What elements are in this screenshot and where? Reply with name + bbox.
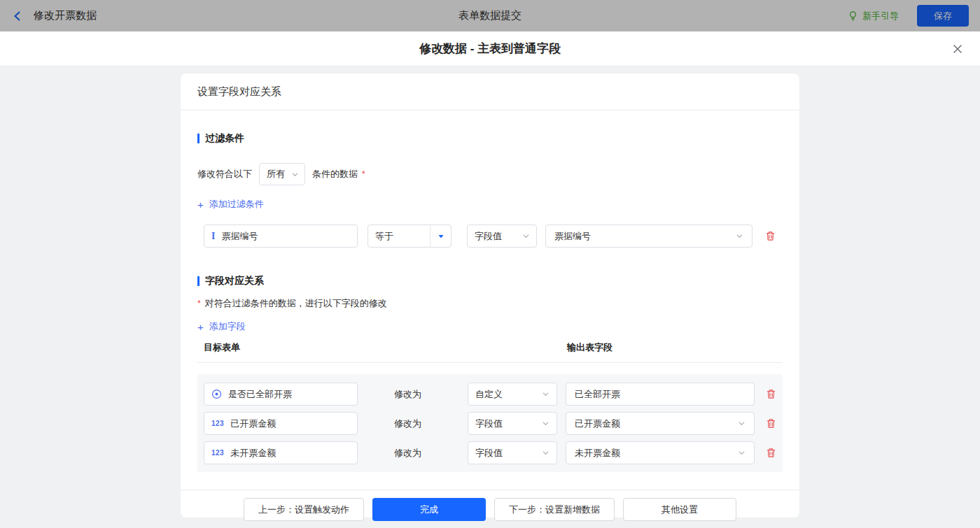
add-filter-condition-link[interactable]: + 添加过滤条件	[197, 198, 264, 211]
settings-card: 设置字段对应关系 过滤条件 修改符合以下 所有 条件的数据 * +	[181, 73, 799, 518]
filter-section-title: 过滤条件	[197, 132, 783, 145]
mapping-row: 123 未开票金额 修改为 字段值 未开票金额	[204, 441, 776, 464]
mapping-section-title: 字段对应关系	[197, 275, 783, 287]
filter-field-select[interactable]: I 票据编号	[204, 224, 358, 248]
beginner-guide-button[interactable]: 新手引导	[848, 10, 899, 22]
chevron-down-icon	[291, 171, 299, 178]
chevron-down-icon	[542, 390, 550, 398]
delete-mapping-button[interactable]	[766, 389, 776, 399]
section-accent-bar	[197, 276, 200, 286]
target-field-select[interactable]: 123 未开票金额	[204, 441, 358, 464]
delete-mapping-button[interactable]	[766, 448, 776, 458]
next-step-button[interactable]: 下一步：设置新增数据	[494, 498, 615, 521]
filter-operator-select[interactable]: 等于	[368, 224, 451, 248]
chevron-down-icon	[542, 449, 550, 457]
done-button[interactable]: 完成	[372, 498, 486, 521]
card-footer: 上一步：设置触发动作 完成 下一步：设置新增数据 其他设置	[181, 490, 799, 521]
modify-type-select[interactable]: 字段值	[468, 412, 557, 435]
output-field-select[interactable]: 未开票金额	[566, 441, 755, 464]
required-asterisk: *	[197, 299, 201, 308]
plus-icon: +	[197, 199, 204, 210]
prev-step-button[interactable]: 上一步：设置触发动作	[244, 498, 364, 521]
filter-value-select[interactable]: 票据编号	[545, 224, 752, 248]
modify-type-select[interactable]: 字段值	[468, 441, 557, 464]
modal-body: 设置字段对应关系 过滤条件 修改符合以下 所有 条件的数据 * +	[0, 73, 980, 528]
column-output-field: 输出表字段	[567, 341, 612, 354]
target-field-select[interactable]: 是否已全部开票	[204, 383, 358, 406]
top-bar: 修改开票数据 表单数据提交 新手引导 保存	[0, 0, 980, 31]
add-field-link[interactable]: + 添加字段	[197, 320, 246, 333]
section-accent-bar	[197, 134, 200, 143]
mapping-description: * 对符合过滤条件的数据，进行以下字段的修改	[197, 297, 783, 310]
chevron-down-icon	[736, 232, 743, 240]
trash-icon	[766, 448, 776, 458]
plus-icon: +	[197, 322, 204, 332]
match-suffix-label: 条件的数据	[312, 168, 358, 180]
mapping-row: 123 已开票金额 修改为 字段值 已开票金额	[204, 412, 776, 435]
filter-value-type-select[interactable]: 字段值	[467, 224, 537, 248]
required-asterisk: *	[362, 169, 365, 179]
save-button[interactable]: 保存	[917, 5, 969, 27]
custom-value-input[interactable]	[566, 383, 755, 406]
filter-condition-row: I 票据编号 等于 字段值 票据编号	[204, 224, 783, 248]
column-target-form: 目标表单	[204, 341, 567, 354]
beginner-guide-label: 新手引导	[862, 10, 899, 22]
match-prefix-label: 修改符合以下	[197, 168, 252, 180]
match-mode-select[interactable]: 所有	[259, 163, 305, 185]
modal-title: 修改数据 - 主表到普通字段	[419, 41, 561, 57]
delete-mapping-button[interactable]	[766, 418, 776, 429]
trash-icon	[766, 389, 776, 399]
target-field-select[interactable]: 123 已开票金额	[204, 412, 358, 435]
card-header: 设置字段对应关系	[181, 73, 799, 110]
modify-as-label: 修改为	[394, 447, 422, 459]
modal-header: 修改数据 - 主表到普通字段	[0, 31, 980, 66]
match-condition-row: 修改符合以下 所有 条件的数据 *	[197, 163, 783, 185]
chevron-down-icon	[522, 232, 530, 240]
mapping-row: 是否已全部开票 修改为 自定义	[204, 383, 776, 406]
trash-icon	[766, 418, 776, 429]
modify-as-label: 修改为	[394, 388, 422, 401]
close-icon[interactable]	[952, 43, 963, 55]
radio-field-icon	[211, 389, 222, 399]
delete-filter-button[interactable]	[765, 231, 776, 241]
text-field-icon: I	[211, 231, 215, 242]
number-field-icon: 123	[211, 420, 224, 427]
modify-as-label: 修改为	[394, 418, 422, 430]
trash-icon	[765, 231, 776, 241]
output-field-select[interactable]: 已开票金额	[566, 412, 755, 435]
chevron-down-icon	[542, 420, 550, 427]
chevron-down-icon	[738, 420, 746, 427]
lightbulb-icon	[848, 10, 858, 21]
page-title: 表单数据提交	[0, 9, 980, 22]
modify-type-select[interactable]: 自定义	[468, 383, 557, 406]
mapping-table-header: 目标表单 输出表字段	[197, 341, 783, 363]
other-settings-button[interactable]: 其他设置	[623, 498, 736, 521]
number-field-icon: 123	[211, 449, 224, 457]
chevron-down-icon	[738, 449, 746, 457]
mapping-rows-panel: 是否已全部开票 修改为 自定义	[197, 374, 783, 472]
caret-down-icon[interactable]	[430, 225, 451, 247]
